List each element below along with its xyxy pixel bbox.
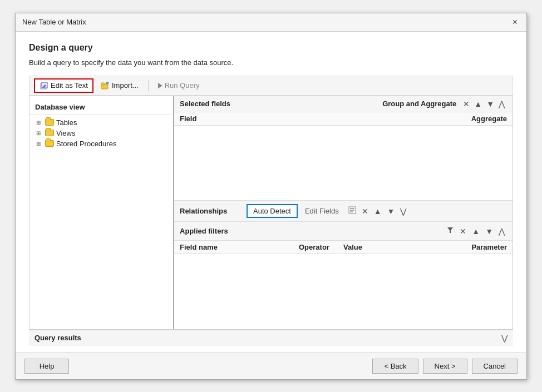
folder-icon-sproc [45,140,54,147]
expand-icon-sproc: ⊞ [36,141,43,147]
aggregate-column-header: Aggregate [457,115,507,123]
filters-content-area [174,254,513,329]
toolbar-divider [148,80,149,91]
cancel-button[interactable]: Cancel [472,359,518,374]
filter-add-button[interactable] [444,225,456,237]
tree-item-stored-procedures[interactable]: ⊞ Stored Procedures [29,138,173,149]
edit-fields-button[interactable]: Edit Fields [300,205,344,217]
expand-icon-tables: ⊞ [36,120,43,126]
filter-up-button[interactable]: ▲ [470,226,482,237]
dialog: New Table or Matrix × Design a query Bui… [15,13,527,380]
filter-expand-button[interactable]: ⋀ [496,226,507,237]
query-results-expand-icon: ⋁ [501,334,507,343]
svg-marker-11 [447,227,453,233]
folder-icon-tables [45,119,54,126]
rel-down-button[interactable]: ▼ [385,206,397,217]
filter-icon [446,226,454,234]
expand-icon-views: ⊞ [36,130,43,136]
help-button[interactable]: Help [24,359,69,374]
filters-icons: ✕ ▲ ▼ ⋀ [444,225,507,237]
fields-content-area [174,126,513,201]
group-aggregate-up-button[interactable]: ▲ [472,98,484,110]
applied-filters-label: Applied filters [180,227,444,235]
edit-as-text-button[interactable]: Edit as Text [34,78,93,93]
fields-table-header: Field Aggregate [174,112,513,126]
group-aggregate-expand-button[interactable]: ⋀ [496,98,507,110]
group-aggregate-label: Group and Aggregate [382,100,456,108]
edit-as-text-icon [40,81,48,90]
rel-delete-button[interactable]: ✕ [359,206,371,217]
database-view-header: Database view [29,101,173,115]
title-bar: New Table or Matrix × [16,13,526,32]
dialog-footer: Help < Back Next > Cancel [16,353,526,379]
filter-col-op-header: Operator [299,243,343,251]
section-title: Design a query [29,43,513,53]
selected-fields-label: Selected fields [180,100,382,108]
run-query-button[interactable]: Run Query [153,79,205,92]
query-results-label: Query results [35,334,501,342]
tree-item-views[interactable]: ⊞ Views [29,128,173,138]
group-aggregate-down-button[interactable]: ▼ [484,98,496,110]
query-results-bar[interactable]: Query results ⋁ [29,330,513,346]
applied-filters-row: Applied filters ✕ ▲ ▼ ⋀ [174,222,513,240]
auto-detect-button[interactable]: Auto Detect [247,204,298,218]
selected-fields-header: Selected fields Group and Aggregate ✕ ▲ … [174,96,513,112]
close-button[interactable]: × [510,18,520,27]
rel-edit-icon-button[interactable] [346,205,358,217]
import-button[interactable]: Import... [96,79,144,92]
rel-up-button[interactable]: ▲ [372,206,384,217]
toolbar: Edit as Text Import... Run Query [29,76,513,96]
group-aggregate-delete-button[interactable]: ✕ [461,98,472,110]
section-desc: Build a query to specify the data you wa… [29,58,513,67]
rel-expand-button[interactable]: ⋁ [398,206,408,217]
folder-icon-views [45,130,54,136]
import-icon [101,81,110,90]
filter-col-val-header: Value [343,243,462,251]
filter-delete-button[interactable]: ✕ [457,226,469,237]
relationships-row: Relationships Auto Detect Edit Fields [174,200,513,222]
filter-col-param-header: Parameter [462,243,507,251]
field-column-header: Field [180,115,457,123]
rel-edit-icon [348,206,356,214]
back-button[interactable]: < Back [372,359,418,374]
left-panel: Database view ⊞ Tables ⊞ Views ⊞ Stored … [29,96,174,329]
filter-down-button[interactable]: ▼ [483,226,495,237]
right-panel: Selected fields Group and Aggregate ✕ ▲ … [174,96,513,329]
relationships-label: Relationships [180,207,247,215]
svg-rect-5 [101,83,105,85]
filters-table-header: Field name Operator Value Parameter [174,240,513,254]
next-button[interactable]: Next > [423,359,467,374]
tree-item-tables[interactable]: ⊞ Tables [29,117,173,128]
dialog-title: New Table or Matrix [22,18,86,26]
run-icon [158,83,162,88]
dialog-body: Design a query Build a query to specify … [16,32,526,353]
rel-icons: ✕ ▲ ▼ ⋁ [346,205,409,217]
filter-col-name-header: Field name [180,243,299,251]
main-content: Database view ⊞ Tables ⊞ Views ⊞ Stored … [29,96,513,330]
